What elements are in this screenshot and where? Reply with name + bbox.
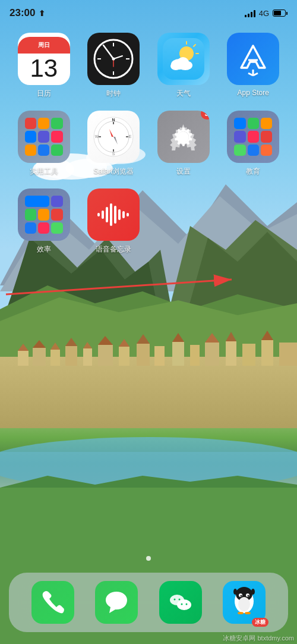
app-label-voicememo: 语音备忘录 bbox=[96, 244, 131, 255]
mini-icon-4 bbox=[25, 131, 36, 142]
svg-point-112 bbox=[251, 589, 255, 595]
svg-rect-29 bbox=[137, 344, 150, 366]
svg-point-64 bbox=[177, 57, 189, 68]
app-weather[interactable]: 天气 bbox=[151, 33, 216, 99]
svg-point-110 bbox=[245, 612, 251, 614]
dock: 冰糖 bbox=[9, 573, 288, 632]
app-voicememo[interactable]: 语音备忘录 bbox=[82, 189, 146, 255]
svg-text:W: W bbox=[95, 134, 99, 139]
svg-rect-91 bbox=[122, 211, 125, 218]
signal-bar-4 bbox=[254, 10, 255, 17]
mini-icon-8 bbox=[38, 144, 49, 156]
svg-point-55 bbox=[112, 58, 115, 61]
svg-rect-35 bbox=[205, 343, 219, 366]
app-label-utilities: 实用工具 bbox=[30, 167, 58, 177]
app-safari[interactable]: N S W E Safari浏览器 bbox=[82, 111, 146, 177]
svg-point-106 bbox=[248, 595, 249, 597]
eff-mini-5 bbox=[51, 209, 62, 220]
folder-grid-efficiency bbox=[21, 192, 67, 237]
network-type: 4G bbox=[259, 9, 269, 18]
dock-app-wechat[interactable] bbox=[159, 581, 202, 624]
apps-grid: 周日 13 日历 时钟 bbox=[0, 33, 297, 255]
mini-icon-6 bbox=[51, 131, 62, 142]
app-calendar[interactable]: 周日 13 日历 bbox=[12, 33, 76, 99]
folder-grid-education bbox=[230, 114, 276, 159]
calendar-day: 13 bbox=[30, 56, 58, 81]
edu-mini-3 bbox=[261, 118, 272, 129]
app-education[interactable]: 教育 bbox=[222, 111, 286, 177]
svg-point-96 bbox=[177, 599, 191, 610]
svg-rect-87 bbox=[106, 207, 108, 222]
calendar-header: 周日 bbox=[18, 37, 70, 54]
eff-mini-8 bbox=[51, 222, 62, 234]
status-right: 4G bbox=[245, 9, 287, 18]
dock-app-qq[interactable]: 冰糖 bbox=[223, 581, 266, 624]
edu-mini-2 bbox=[248, 118, 259, 129]
svg-rect-21 bbox=[65, 346, 77, 366]
wechat-icon bbox=[168, 589, 194, 615]
edu-mini-4 bbox=[234, 131, 245, 142]
app-utilities[interactable]: 实用工具 bbox=[12, 111, 76, 177]
app-clock[interactable]: 时钟 bbox=[82, 33, 146, 99]
eff-mini-7 bbox=[38, 222, 49, 234]
calendar-weekday: 周日 bbox=[38, 41, 50, 49]
svg-point-99 bbox=[181, 604, 182, 605]
svg-rect-92 bbox=[127, 213, 129, 216]
svg-rect-85 bbox=[97, 213, 100, 216]
app-efficiency[interactable]: 效率 bbox=[12, 189, 76, 255]
svg-rect-23 bbox=[83, 348, 92, 366]
app-label-efficiency: 效率 bbox=[37, 244, 51, 255]
eff-mini-4 bbox=[38, 209, 49, 220]
folder-grid-utilities bbox=[21, 114, 67, 159]
svg-rect-90 bbox=[118, 209, 121, 220]
app-appstore[interactable]: App Store bbox=[222, 33, 286, 99]
mini-icon-5 bbox=[38, 131, 49, 142]
time-display: 23:00 bbox=[10, 7, 35, 19]
clock-icon bbox=[93, 38, 134, 80]
svg-rect-40 bbox=[261, 340, 273, 366]
qq-badge: 冰糖 bbox=[252, 618, 268, 627]
app-label-clock: 时钟 bbox=[106, 89, 121, 99]
eff-mini-1 bbox=[25, 196, 50, 207]
dock-app-phone[interactable] bbox=[31, 581, 74, 624]
svg-rect-42 bbox=[279, 343, 297, 366]
mini-icon-7 bbox=[25, 144, 36, 156]
mini-icon-2 bbox=[38, 118, 49, 129]
settings-badge: 3 bbox=[201, 111, 210, 120]
svg-rect-86 bbox=[102, 211, 104, 219]
app-label-calendar: 日历 bbox=[37, 89, 51, 99]
edu-mini-1 bbox=[234, 118, 245, 129]
edu-mini-5 bbox=[248, 131, 259, 142]
svg-rect-32 bbox=[172, 342, 184, 366]
mini-icon-1 bbox=[25, 118, 36, 129]
safari-icon: N S W E bbox=[93, 116, 134, 158]
eff-mini-3 bbox=[25, 209, 36, 220]
signal-bars bbox=[245, 9, 255, 17]
edu-mini-6 bbox=[261, 131, 272, 142]
status-left: 23:00 ⬆ bbox=[10, 7, 45, 19]
app-label-appstore: App Store bbox=[238, 89, 269, 97]
watermark: 冰糖安卓网 btxtdmy.com bbox=[223, 634, 294, 643]
app-label-weather: 天气 bbox=[176, 89, 191, 99]
svg-point-97 bbox=[173, 599, 175, 601]
eff-mini-6 bbox=[25, 222, 36, 234]
battery-indicator bbox=[273, 10, 287, 17]
appstore-icon bbox=[235, 41, 271, 77]
app-settings[interactable]: ⚙ 3 设置 bbox=[151, 111, 216, 177]
eff-mini-2 bbox=[51, 196, 62, 207]
qq-icon bbox=[229, 585, 259, 620]
mini-icon-9 bbox=[51, 144, 62, 156]
edu-mini-8 bbox=[248, 144, 259, 156]
svg-point-98 bbox=[178, 599, 180, 601]
svg-rect-19 bbox=[50, 350, 60, 366]
svg-text:N: N bbox=[112, 118, 115, 122]
dock-app-messages[interactable] bbox=[95, 581, 138, 624]
messages-icon bbox=[103, 589, 129, 615]
svg-point-111 bbox=[233, 589, 237, 595]
signal-bar-1 bbox=[245, 15, 247, 17]
app-label-education: 教育 bbox=[246, 167, 260, 177]
svg-rect-37 bbox=[226, 341, 236, 366]
page-dot bbox=[146, 556, 151, 561]
svg-rect-89 bbox=[114, 206, 116, 224]
svg-rect-34 bbox=[190, 345, 200, 366]
